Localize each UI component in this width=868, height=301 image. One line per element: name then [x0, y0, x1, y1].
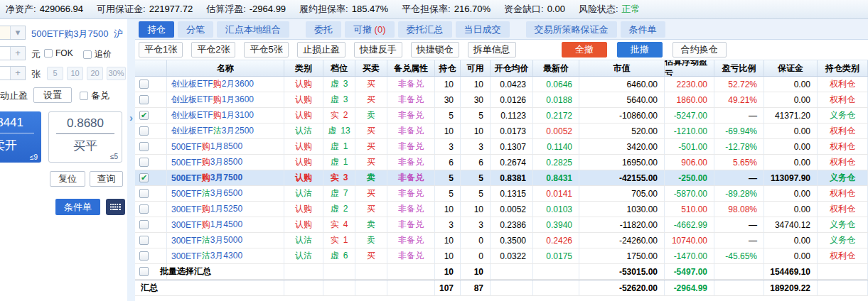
cell-empty [491, 280, 533, 295]
tab-可撤[interactable]: 可撤 (0) [345, 21, 395, 38]
table-row[interactable]: 300ETF购1月4500认购实 4卖非备兑330.23860.3940-118… [135, 217, 868, 233]
cell-position-type: 权利仓 [818, 92, 868, 107]
cell-empty [714, 264, 764, 279]
price-input[interactable]: + [0, 46, 26, 60]
cell-floating-pnl: -501.00 [665, 139, 714, 154]
name-option-type: 购 [213, 78, 222, 90]
stat-value: 正常 [622, 4, 641, 14]
covered-label: 备兑 [91, 89, 109, 102]
row-checkbox[interactable] [139, 251, 149, 261]
checkbox-icon[interactable] [44, 49, 53, 58]
checkbox-icon[interactable] [83, 50, 92, 59]
buy-close-button[interactable]: 0.8680 买平 ≤5 [48, 111, 122, 163]
query-button[interactable]: 查询 [90, 171, 123, 187]
table-row[interactable]: 创业板ETF购1月3600认购虚 3买非备兑30300.01260.018856… [135, 92, 868, 108]
tab-委托[interactable]: 委托 [306, 21, 341, 38]
row-checkbox[interactable] [139, 95, 149, 104]
row-checkbox[interactable] [139, 142, 149, 151]
action-button-合约换仓[interactable]: 合约换仓 [673, 42, 727, 58]
checkbox-icon[interactable] [80, 92, 88, 100]
table-row[interactable]: 500ETF沽3月6500认沽虚 7买非备兑550.13150.0141705.… [135, 186, 868, 202]
name-option-type: 购 [202, 156, 210, 168]
row-checkbox[interactable] [139, 126, 149, 136]
settings-button[interactable]: 设置 [33, 87, 72, 103]
cell-margin: 189209.22 [764, 280, 818, 295]
row-checkbox[interactable] [139, 220, 149, 229]
plus-icon[interactable]: + [10, 67, 25, 80]
row-checkbox[interactable] [139, 267, 149, 276]
row-checkbox[interactable] [139, 158, 149, 167]
covered-checkbox[interactable]: 备兑 [80, 89, 109, 102]
checkbox-cell [135, 217, 167, 232]
name-option-type: 沽 [202, 187, 210, 199]
cell-margin: 41371.20 [764, 108, 818, 123]
tab-条件单[interactable]: 条件单 [621, 21, 665, 38]
keyboard-button[interactable] [106, 199, 125, 215]
tab-持仓[interactable]: 持仓 [139, 21, 174, 38]
qty-preset-button[interactable]: 5 [47, 67, 63, 80]
tab-汇点本地组合[interactable]: 汇点本地组合 [217, 21, 289, 38]
batch-summary-row[interactable]: 批量选择汇总1010-53015.00-5497.00154469.10 [135, 264, 868, 280]
cell-market-value: 6460.00 [579, 77, 665, 92]
table-row[interactable]: 创业板ETF购2月3600认购虚 3买非备兑10100.04230.064664… [135, 77, 868, 92]
chevron-down-icon[interactable]: ▾ [10, 26, 25, 39]
qty-preset-button[interactable]: 30% [107, 67, 126, 80]
cell-covered: 非备兑 [387, 248, 435, 263]
table-row[interactable]: 500ETF购1月8500认购虚 1买非备兑330.13070.11403420… [135, 139, 868, 155]
tab-交易所策略保证金[interactable]: 交易所策略保证金 [526, 21, 617, 38]
quantity-input[interactable]: + [0, 66, 26, 80]
sell-open-button[interactable]: 0.8441 卖开 ≤9 [0, 111, 41, 163]
quantity-unit-label: 张 [31, 68, 41, 81]
cell-side: 卖 [355, 108, 387, 123]
table-row[interactable]: ✔创业板ETF购1月3100认购实 2卖非备兑550.11230.2172-10… [135, 108, 868, 124]
table-row[interactable]: 300ETF购1月5250认购虚 2买非备兑10100.00520.010310… [135, 202, 868, 217]
action-button-止损止盈[interactable]: 止损止盈 [297, 42, 345, 58]
table-row[interactable]: 300ETF沽3月4300认沽虚 6买非备兑1000.03220.0175175… [135, 248, 868, 264]
qty-preset-button[interactable]: 10 [67, 67, 83, 80]
tab-当日成交[interactable]: 当日成交 [456, 21, 510, 38]
cell-position-type: 义务仓 [818, 233, 868, 248]
action-button-快捷反手[interactable]: 快捷反手 [354, 42, 402, 58]
chase-price-checkbox[interactable]: 追价 [83, 48, 112, 60]
action-button-批撤[interactable]: 批撤 [617, 42, 663, 58]
panel-expand-chevron-icon[interactable]: › [127, 111, 135, 124]
plus-icon[interactable]: + [10, 47, 25, 60]
action-button-全撤[interactable]: 全撤 [562, 42, 607, 58]
cell-margin: 34740.12 [764, 217, 818, 232]
tab-分笔[interactable]: 分笔 [178, 21, 213, 38]
action-button-快捷锁仓[interactable]: 快捷锁仓 [411, 42, 459, 58]
action-button-平仓1张[interactable]: 平仓1张 [139, 42, 183, 58]
cell-level: 虚 13 [323, 124, 355, 138]
table-row[interactable]: 300ETF沽3月5000认沽实 1卖非备兑1000.35000.2426-24… [135, 233, 868, 248]
fok-checkbox[interactable]: FOK [44, 48, 73, 58]
checkbox-cell [135, 155, 167, 170]
name-suffix: 2月3600 [222, 78, 254, 90]
row-checkbox[interactable] [139, 189, 149, 198]
total-summary-row: 汇总10787-52620.00-2964.99189209.22 [135, 280, 868, 296]
cell-available: 5 [461, 108, 491, 123]
panel-divider [127, 19, 135, 301]
table-row[interactable]: 500ETF购3月8500认购虚 1买非备兑660.26740.28251695… [135, 155, 868, 170]
action-button-平仓2张[interactable]: 平仓2张 [191, 42, 235, 58]
condition-order-button[interactable]: 条件单 [55, 199, 100, 215]
checkbox-cell [135, 248, 167, 263]
cell-empty [355, 280, 387, 295]
qty-preset-button[interactable]: 20 [87, 67, 103, 80]
row-checkbox[interactable] [139, 236, 149, 245]
table-row[interactable]: 创业板ETF沽3月2500认沽虚 13买非备兑10100.01730.00525… [135, 124, 868, 139]
row-checkbox[interactable]: ✔ [139, 173, 149, 182]
action-button-平仓5张[interactable]: 平仓5张 [244, 42, 288, 58]
row-checkbox[interactable] [139, 204, 149, 214]
row-checkbox[interactable]: ✔ [139, 111, 149, 120]
cell-empty [714, 280, 764, 295]
reset-button[interactable]: 复位 [50, 171, 85, 187]
cell-level: 实 1 [323, 233, 355, 248]
row-checkbox[interactable] [139, 80, 149, 89]
contract-select[interactable]: ▾ [0, 26, 26, 40]
column-header: 估算浮动盈亏 [665, 60, 714, 76]
table-row[interactable]: ✔500ETF购3月7500认购实 3卖非备兑550.83810.8431-42… [135, 170, 868, 186]
cell-side: 买 [355, 139, 387, 154]
tab-委托汇总[interactable]: 委托汇总 [398, 21, 452, 38]
cell-pnl-ratio: -69.94% [714, 124, 764, 138]
action-button-拆单信息[interactable]: 拆单信息 [468, 42, 516, 58]
